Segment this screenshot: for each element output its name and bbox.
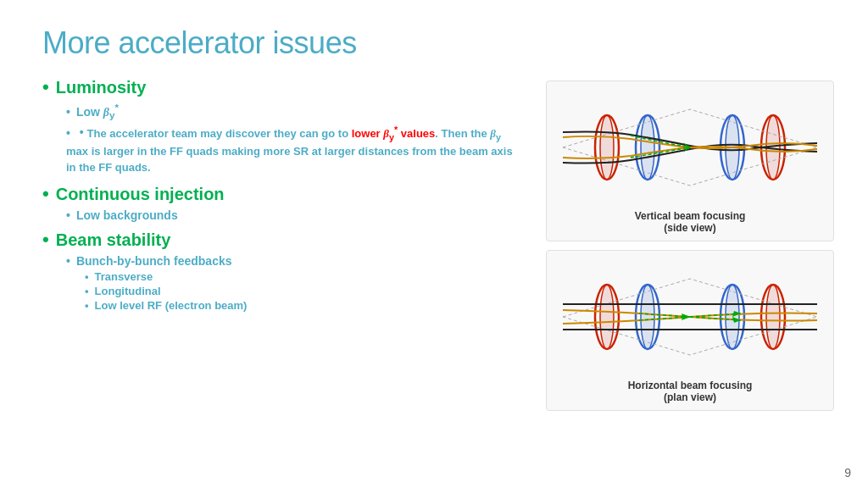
bullet-continuous-injection: Continuous injection Low backgrounds: [42, 183, 520, 222]
low-backgrounds-bullet: Low backgrounds: [66, 208, 520, 222]
vertical-diagram: Vertical beam focusing (side view): [546, 80, 834, 241]
svg-point-18: [766, 285, 780, 349]
low-level-rf-bullet: Low level RF (electron beam): [85, 299, 520, 312]
svg-point-3: [641, 115, 654, 180]
bullet-beam-stability-label: Beam stability: [42, 229, 520, 251]
vertical-diagram-svg: [554, 88, 826, 207]
bullet-luminosity-label: Luminosity: [42, 76, 520, 98]
left-panel: Luminosity Low βy* • The accelerator tea…: [42, 76, 529, 471]
beam-stability-sub-bullets: Bunch-by-bunch feedbacks Transverse Long…: [42, 254, 520, 312]
slide-title: More accelerator issues: [42, 25, 834, 61]
content-area: Luminosity Low βy* • The accelerator tea…: [42, 76, 834, 471]
feedback-sub-bullets: Transverse Longitudinal Low level RF (el…: [66, 270, 520, 312]
slide: More accelerator issues Luminosity Low β…: [0, 0, 868, 488]
right-panel: Vertical beam focusing (side view): [546, 76, 834, 471]
bunch-feedback-bullet: Bunch-by-bunch feedbacks: [66, 254, 520, 268]
horizontal-diagram: Horizontal beam focusing (plan view): [546, 250, 834, 411]
continuous-injection-sub-bullets: Low backgrounds: [42, 208, 520, 222]
bullet-luminosity: Luminosity Low βy* • The accelerator tea…: [42, 76, 520, 176]
horizontal-diagram-svg: [554, 258, 826, 376]
luminosity-sub-bullets: Low βy* • The accelerator team may disco…: [42, 102, 520, 176]
longitudinal-bullet: Longitudinal: [85, 285, 520, 297]
svg-point-12: [600, 285, 614, 349]
vertical-diagram-label: Vertical beam focusing (side view): [635, 210, 746, 234]
low-beta-bullet: Low βy*: [66, 102, 520, 120]
svg-point-14: [641, 285, 654, 349]
svg-point-1: [600, 115, 614, 180]
svg-point-7: [766, 115, 780, 180]
horizontal-diagram-label: Horizontal beam focusing (plan view): [628, 380, 753, 403]
page-number: 9: [844, 466, 851, 480]
bullet-continuous-injection-label: Continuous injection: [42, 183, 520, 205]
bullet-beam-stability: Beam stability Bunch-by-bunch feedbacks …: [42, 229, 520, 312]
accel-team-note: • The accelerator team may discover they…: [66, 123, 520, 175]
transverse-bullet: Transverse: [85, 270, 520, 283]
